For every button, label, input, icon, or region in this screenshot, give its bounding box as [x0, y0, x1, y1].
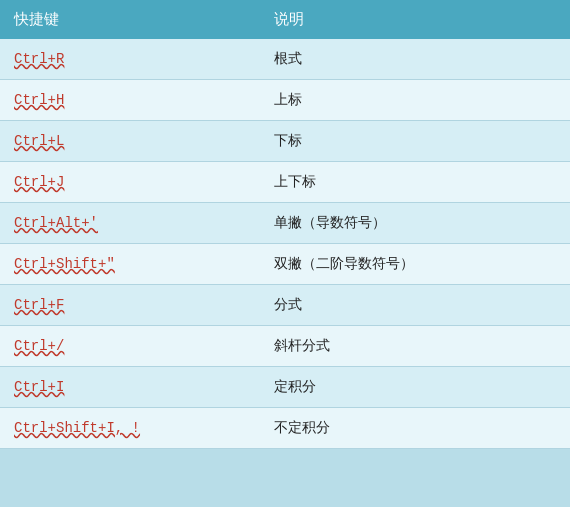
shortcut-table: 快捷键 说明 Ctrl+R根式Ctrl+H上标Ctrl+L下标Ctrl+J上下标… — [0, 0, 570, 449]
header-key: 快捷键 — [0, 0, 260, 39]
table-row: Ctrl+H上标 — [0, 80, 570, 121]
desc-cell: 双撇（二阶导数符号） — [260, 244, 570, 285]
header-desc: 说明 — [260, 0, 570, 39]
desc-cell: 下标 — [260, 121, 570, 162]
key-cell: Ctrl+L — [0, 121, 260, 162]
key-cell: Ctrl+Shift+I, ! — [0, 408, 260, 449]
key-cell: Ctrl+Shift+" — [0, 244, 260, 285]
key-cell: Ctrl+R — [0, 39, 260, 80]
table-row: Ctrl+L下标 — [0, 121, 570, 162]
table-row: Ctrl+Shift+"双撇（二阶导数符号） — [0, 244, 570, 285]
desc-cell: 上下标 — [260, 162, 570, 203]
shortcut-table-container: 快捷键 说明 Ctrl+R根式Ctrl+H上标Ctrl+L下标Ctrl+J上下标… — [0, 0, 570, 507]
key-cell: Ctrl+H — [0, 80, 260, 121]
table-row: Ctrl+I定积分 — [0, 367, 570, 408]
key-cell: Ctrl+Alt+' — [0, 203, 260, 244]
table-header-row: 快捷键 说明 — [0, 0, 570, 39]
desc-cell: 上标 — [260, 80, 570, 121]
key-cell: Ctrl+J — [0, 162, 260, 203]
table-row: Ctrl+J上下标 — [0, 162, 570, 203]
key-cell: Ctrl+F — [0, 285, 260, 326]
table-row: Ctrl+F分式 — [0, 285, 570, 326]
key-cell: Ctrl+I — [0, 367, 260, 408]
table-row: Ctrl+Alt+'单撇（导数符号） — [0, 203, 570, 244]
desc-cell: 不定积分 — [260, 408, 570, 449]
key-cell: Ctrl+/ — [0, 326, 260, 367]
table-row: Ctrl+R根式 — [0, 39, 570, 80]
table-row: Ctrl+/斜杆分式 — [0, 326, 570, 367]
desc-cell: 斜杆分式 — [260, 326, 570, 367]
desc-cell: 分式 — [260, 285, 570, 326]
desc-cell: 单撇（导数符号） — [260, 203, 570, 244]
desc-cell: 根式 — [260, 39, 570, 80]
table-row: Ctrl+Shift+I, !不定积分 — [0, 408, 570, 449]
desc-cell: 定积分 — [260, 367, 570, 408]
